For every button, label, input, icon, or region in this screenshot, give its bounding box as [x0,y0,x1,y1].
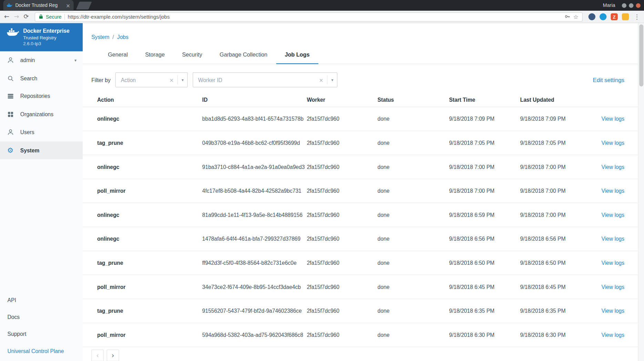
extension-icon-z[interactable]: Z [611,13,617,20]
view-logs-link[interactable]: View logs [583,308,624,314]
window-maximize-button[interactable] [629,3,633,8]
sidebar-link-docs[interactable]: Docs [8,309,75,325]
new-tab-button[interactable] [76,1,92,9]
tab-close-icon[interactable]: × [66,3,70,8]
chevron-down-icon[interactable]: ▾ [74,58,76,62]
sidebar-link-support[interactable]: Support [8,325,75,342]
sidebar-item-repositories[interactable]: Repositories [0,87,83,105]
view-logs-link[interactable]: View logs [583,140,624,146]
page: Docker Enterprise Trusted Registry 2.6.0… [0,23,644,361]
view-logs-link[interactable]: View logs [583,116,624,122]
table-row: onlinegc 81a99cdd-1e11-4f13-9a5e-8c14b48… [83,203,638,227]
browser-tab[interactable]: Docker Trusted Reg × [3,0,74,11]
clear-icon[interactable]: × [315,77,327,83]
sidebar-item-label: Organizations [20,111,53,118]
browser-menu-icon[interactable]: ⋮ [634,13,640,21]
sidebar-item-label: Users [20,129,34,136]
browser-profile-name[interactable]: Maria [603,2,615,8]
previous-page-button[interactable]: ‹ [91,350,104,361]
cell-id: 34e73ce2-f674-409e-8b95-14ccf3dae4cb [202,284,307,290]
cell-worker: 2fa15f7dc960 [307,284,377,290]
sidebar-item-search[interactable]: Search [0,69,83,87]
sidebar-item-system[interactable]: ⚙ System [0,141,83,159]
extension-icon-1[interactable] [589,13,595,20]
view-logs-link[interactable]: View logs [583,332,624,338]
tab-security[interactable]: Security [173,46,211,64]
organizations-icon [6,111,14,118]
sidebar-link-api[interactable]: API [8,292,75,309]
key-icon[interactable] [565,13,571,20]
chevron-down-icon[interactable]: ▾ [328,78,337,82]
next-page-button[interactable]: › [107,350,119,361]
view-logs-link[interactable]: View logs [583,212,624,218]
gear-icon: ⚙ [6,147,14,154]
reload-icon[interactable]: ⟳ [24,14,29,20]
cell-id: 594a968d-5382-403a-ad75-962043f686c8 [202,332,307,338]
tab-garbage-collection[interactable]: Garbage Collection [211,46,276,64]
tab-title: Docker Trusted Reg [15,3,63,8]
breadcrumb-separator: / [112,34,114,40]
url-text[interactable]: https://dtr-example.com/system/settings/… [68,14,562,20]
sidebar: Docker Enterprise Trusted Registry 2.6.0… [0,23,83,361]
worker-id-filter-placeholder: Worker ID [198,77,315,83]
extension-icons: Z ⋮ [589,13,640,21]
brand-header: Docker Enterprise Trusted Registry 2.6.0… [0,23,83,51]
view-logs-link[interactable]: View logs [583,284,624,290]
repositories-icon [6,93,14,100]
sidebar-nav: admin ▾ Search [0,51,83,159]
table-row: tag_prune ff942d3f-c5f0-4f38-8564-b82c73… [83,251,638,275]
table-body: onlinegc bba1d8d5-6293-4a83-bf41-6574a73… [83,107,638,347]
omnibox-divider [64,14,65,20]
cell-action: onlinegc [97,116,202,122]
sidebar-link-ucp[interactable]: Universal Control Plane [8,343,75,360]
column-header-id: ID [202,97,307,103]
cell-start-time: 9/18/2018 6:59 PM [449,212,520,218]
cell-start-time: 9/18/2018 6:30 PM [449,332,520,338]
browser-toolbar: ← → ⟳ Secure https://dtr-example.com/sys… [0,11,644,23]
tab-general[interactable]: General [99,46,136,64]
extension-icon-4[interactable] [622,13,629,20]
pagination: ‹ › [91,350,638,361]
cell-start-time: 9/18/2018 7:00 PM [449,188,520,194]
view-logs-link[interactable]: View logs [583,260,624,266]
chevron-down-icon[interactable]: ▾ [178,78,187,82]
scrollbar[interactable] [638,23,644,361]
breadcrumb-system-link[interactable]: System [91,34,109,40]
clear-icon[interactable]: × [165,77,177,83]
tab-job-logs[interactable]: Job Logs [276,46,318,64]
view-logs-link[interactable]: View logs [583,164,624,170]
view-logs-link[interactable]: View logs [583,236,624,242]
cell-start-time: 9/18/2018 7:00 PM [449,164,520,170]
extension-icon-2[interactable] [600,13,606,20]
view-logs-link[interactable]: View logs [583,188,624,194]
sidebar-item-users[interactable]: Users [0,123,83,141]
column-header-action: Action [97,97,202,103]
sidebar-item-organizations[interactable]: Organizations [0,105,83,123]
cell-last-updated: 9/18/2018 7:00 PM [520,188,583,194]
status-badge: done [378,164,449,170]
cell-start-time: 9/18/2018 7:09 PM [449,116,520,122]
back-icon[interactable]: ← [4,14,9,20]
users-icon [6,129,14,136]
sidebar-item-admin[interactable]: admin ▾ [0,51,83,69]
sidebar-footer: API Docs Support Universal Control Plane [0,292,83,360]
breadcrumb-jobs-link[interactable]: Jobs [117,34,129,40]
worker-id-filter-select[interactable]: Worker ID × ▾ [193,72,337,87]
sidebar-item-label: Repositories [20,93,50,99]
scrollbar-thumb[interactable] [639,24,643,87]
window-minimize-button[interactable] [622,3,626,8]
cell-action: poll_mirror [97,332,202,338]
sidebar-item-label: admin [20,57,35,63]
cell-worker: 2fa15f7dc960 [307,188,377,194]
forward-icon[interactable]: → [14,14,19,20]
status-badge: done [378,308,449,314]
bookmark-star-icon[interactable]: ☆ [573,14,579,20]
tab-storage[interactable]: Storage [136,46,173,64]
action-filter-select[interactable]: Action × ▾ [115,72,188,87]
table-row: tag_prune 91556207-5437-479f-bf2d-9a7460… [83,299,638,323]
window-close-button[interactable] [636,3,641,8]
edit-settings-link[interactable]: Edit settings [593,77,624,83]
column-header-start-time: Start Time [449,97,520,103]
table-row: poll_mirror 34e73ce2-f674-409e-8b95-14cc… [83,275,638,299]
address-bar[interactable]: Secure https://dtr-example.com/system/se… [34,12,582,21]
